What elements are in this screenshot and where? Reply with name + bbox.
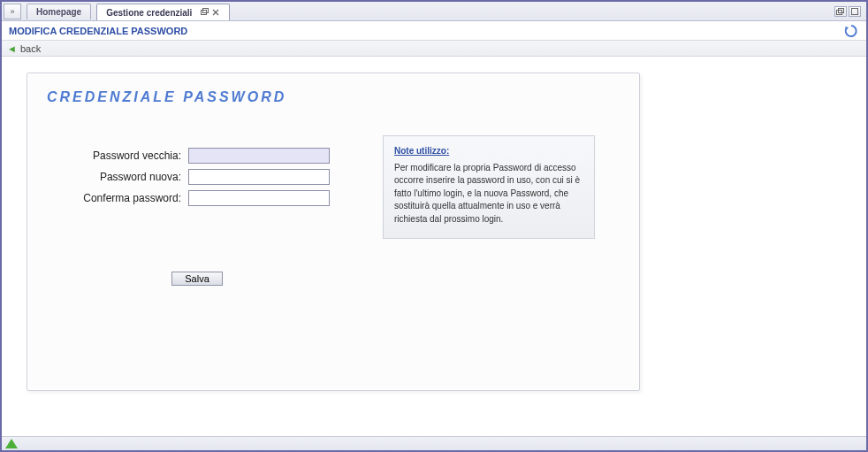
save-button[interactable]: Salva <box>171 272 223 286</box>
page-header: MODIFICA CREDENZIALE PASSWORD <box>2 21 866 41</box>
confirm-password-input[interactable] <box>188 190 330 206</box>
tab-homepage[interactable]: Homepage <box>27 4 91 19</box>
tab-label: Gestione credenziali <box>106 8 192 18</box>
main-area: CREDENZIALE PASSWORD Password vecchia: P… <box>2 57 866 436</box>
old-password-input[interactable] <box>188 148 330 164</box>
note-body: Per modificare la propria Password di ac… <box>394 163 580 224</box>
tab-bar: » Homepage Gestione credenziali <box>2 2 866 21</box>
svg-rect-6 <box>852 9 858 15</box>
app-frame: » Homepage Gestione credenziali <box>0 0 868 452</box>
refresh-icon[interactable] <box>843 23 859 39</box>
tab-icon-group <box>201 8 220 17</box>
old-password-label: Password vecchia: <box>47 149 188 162</box>
back-arrow-icon: ◄ <box>7 43 17 54</box>
tab-label: Homepage <box>36 7 81 17</box>
window-controls <box>834 4 861 19</box>
back-link[interactable]: ◄ back <box>2 41 866 57</box>
form-row-new-password: Password nuova: <box>47 169 347 185</box>
form-row-confirm-password: Conferma password: <box>47 190 347 206</box>
tab-close-icon[interactable] <box>211 8 220 17</box>
panel-body: Password vecchia: Password nuova: Confer… <box>47 148 620 286</box>
status-indicator-icon[interactable] <box>5 439 18 448</box>
window-restore-icon[interactable] <box>834 6 847 17</box>
window-maximize-icon[interactable] <box>849 6 861 17</box>
usage-note-box: Note utilizzo: Per modificare la propria… <box>383 135 595 239</box>
confirm-password-label: Conferma password: <box>47 192 188 204</box>
status-bar <box>2 436 866 450</box>
note-title: Note utilizzo: <box>394 145 583 158</box>
tab-expand-button[interactable]: » <box>4 4 21 19</box>
back-label: back <box>20 43 41 54</box>
form-column: Password vecchia: Password nuova: Confer… <box>47 148 347 286</box>
save-row: Salva <box>47 272 347 286</box>
new-password-label: Password nuova: <box>47 171 188 183</box>
panel-title: CREDENZIALE PASSWORD <box>47 89 620 105</box>
form-row-old-password: Password vecchia: <box>47 148 347 164</box>
new-password-input[interactable] <box>188 169 330 185</box>
credential-panel: CREDENZIALE PASSWORD Password vecchia: P… <box>27 73 640 391</box>
page-title: MODIFICA CREDENZIALE PASSWORD <box>9 26 187 36</box>
tab-window-icon[interactable] <box>201 8 209 17</box>
tab-gestione-credenziali[interactable]: Gestione credenziali <box>96 4 230 20</box>
